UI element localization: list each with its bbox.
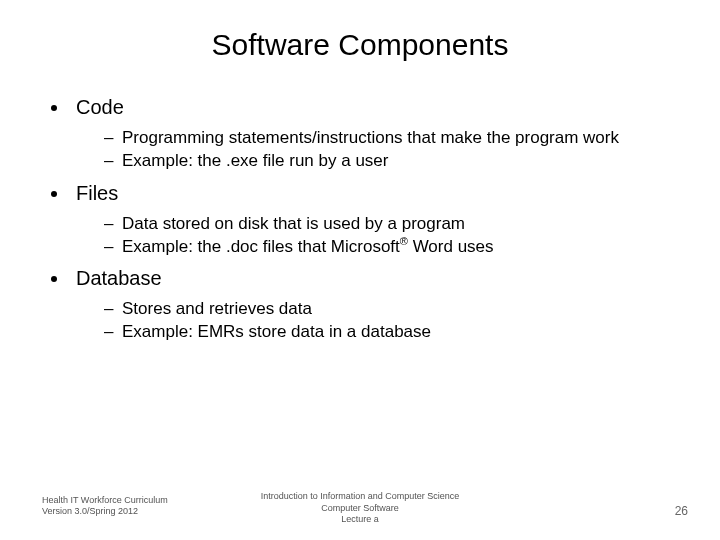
sub-list: Stores and retrieves data Example: EMRs … [76, 298, 680, 343]
footer-center-line1: Introduction to Information and Computer… [0, 491, 720, 503]
footer-center-line2: Computer Software [0, 503, 720, 515]
sub-list-item: Example: the .exe file run by a user [104, 150, 680, 171]
sub-list-item: Example: the .doc files that Microsoft® … [104, 236, 680, 257]
bullet-list: Code Programming statements/instructions… [40, 96, 680, 343]
sub-list-item: Stores and retrieves data [104, 298, 680, 319]
footer-center: Introduction to Information and Computer… [0, 491, 720, 526]
list-item: Code Programming statements/instructions… [70, 96, 680, 172]
list-item-label: Files [76, 182, 118, 205]
sub-list-item: Programming statements/instructions that… [104, 127, 680, 148]
slide-title: Software Components [0, 28, 720, 62]
page-number: 26 [675, 504, 688, 518]
list-item-label: Code [76, 96, 124, 119]
sub-list: Programming statements/instructions that… [76, 127, 680, 172]
list-item: Files Data stored on disk that is used b… [70, 182, 680, 258]
list-item: Database Stores and retrieves data Examp… [70, 267, 680, 343]
sub-list-item: Example: EMRs store data in a database [104, 321, 680, 342]
sub-list: Data stored on disk that is used by a pr… [76, 213, 680, 258]
sub-list-item: Data stored on disk that is used by a pr… [104, 213, 680, 234]
registered-icon: ® [400, 235, 408, 247]
footer-center-line3: Lecture a [0, 514, 720, 526]
slide-body: Code Programming statements/instructions… [0, 96, 720, 343]
list-item-label: Database [76, 267, 162, 290]
